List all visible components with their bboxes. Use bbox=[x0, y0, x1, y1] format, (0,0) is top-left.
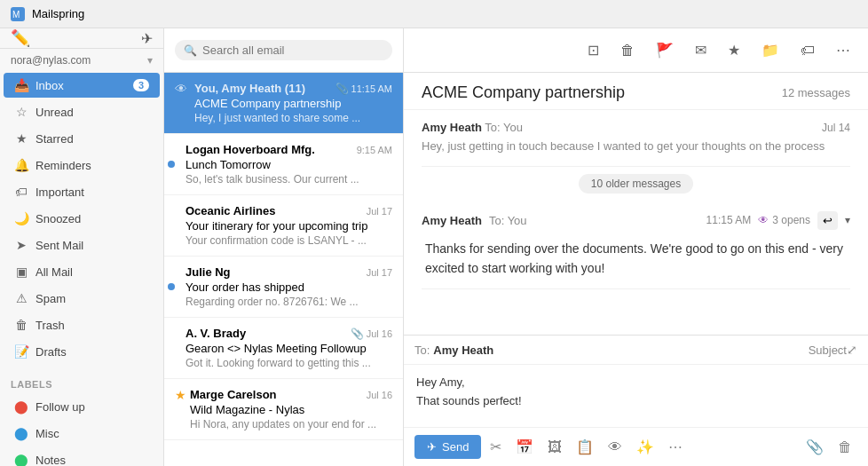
sparkle-button[interactable]: ✨ bbox=[631, 435, 659, 459]
list-item[interactable]: Oceanic Airlines Jul 17 Your itinerary f… bbox=[164, 195, 403, 257]
trash-icon: 🗑 bbox=[14, 318, 28, 332]
label-button[interactable]: 📁 bbox=[758, 38, 783, 62]
move-button[interactable]: ✉ bbox=[691, 38, 710, 62]
reply-button[interactable]: ↩ bbox=[817, 211, 838, 230]
send-button[interactable]: ✈ Send bbox=[414, 435, 481, 459]
composer-body[interactable]: Hey Amy, That sounds perfect! bbox=[404, 365, 868, 427]
email-date: Jul 17 bbox=[367, 267, 392, 278]
sidebar-label-reminders: Reminders bbox=[36, 159, 149, 172]
email-sender: You, Amy Heath (11) bbox=[194, 82, 332, 95]
inbox-badge: 3 bbox=[133, 79, 149, 91]
email-list: 🔍 👁 You, Amy Heath (11) 📎 11:15 AM bbox=[164, 28, 404, 466]
thread-body: Amy Heath To: You Jul 14 Hey, just getti… bbox=[404, 110, 868, 335]
sidebar-toolbar: ✏️ ✈ bbox=[0, 28, 163, 49]
sidebar-label-unread: Unread bbox=[36, 106, 149, 119]
older-messages-divider: 10 older messages bbox=[422, 167, 850, 201]
sidebar-item-followup[interactable]: ⬤ Follow up bbox=[4, 394, 160, 419]
sidebar-item-snoozed[interactable]: 🌙 Snoozed bbox=[4, 206, 160, 231]
sidebar-item-sent[interactable]: ➤ Sent Mail bbox=[4, 233, 160, 257]
format-button[interactable]: 📋 bbox=[571, 435, 599, 459]
sidebar-item-spam[interactable]: ⚠ Spam bbox=[4, 286, 160, 311]
email-sender: Julie Ng bbox=[185, 265, 367, 279]
email-preview: So, let's talk business. Our current ... bbox=[185, 173, 392, 186]
email-subject: Your itinerary for your upcoming trip bbox=[185, 219, 392, 233]
sidebar: ✏️ ✈ nora@nylas.com ▾ 📥 Inbox 3 ☆ Unread… bbox=[0, 28, 164, 466]
composer-body-line1: Hey Amy, bbox=[416, 374, 856, 392]
sidebar-label-starred: Starred bbox=[36, 132, 149, 146]
sidebar-label-misc: Misc bbox=[36, 427, 149, 440]
composer-recipient: Amy Heath bbox=[433, 344, 808, 357]
spam-button[interactable]: 🚩 bbox=[652, 38, 677, 62]
discard-button[interactable]: 🗑 bbox=[832, 435, 857, 459]
email-date: Jul 16 bbox=[367, 390, 392, 400]
sidebar-label-trash: Trash bbox=[36, 319, 149, 332]
sidebar-item-inbox[interactable]: 📥 Inbox 3 bbox=[4, 73, 160, 98]
account-dropdown-icon[interactable]: ▾ bbox=[147, 54, 153, 67]
sidebar-label-notes: Notes bbox=[36, 454, 149, 467]
list-item[interactable]: Julie Ng Jul 17 Your order has shipped R… bbox=[164, 257, 403, 318]
unread-icon: ☆ bbox=[14, 105, 28, 119]
activity-button[interactable]: ✈ bbox=[141, 30, 153, 47]
sidebar-item-important[interactable]: 🏷 Important bbox=[4, 179, 160, 204]
search-input[interactable] bbox=[202, 43, 383, 57]
list-item[interactable]: A. V. Brady 📎 Jul 16 Gearon <> Nylas Mee… bbox=[164, 318, 403, 379]
message-preview[interactable]: Amy Heath To: You Jul 14 Hey, just getti… bbox=[422, 110, 850, 167]
more-button[interactable]: ⋯ bbox=[832, 38, 854, 62]
composer-header: To: Amy Heath Subject ⤢ bbox=[404, 336, 868, 365]
opens-count: 3 opens bbox=[772, 214, 810, 226]
calendar-button[interactable]: 📅 bbox=[510, 435, 539, 459]
emoji-button[interactable]: ✂ bbox=[485, 435, 507, 459]
sidebar-item-drafts[interactable]: 📝 Drafts bbox=[4, 339, 160, 364]
older-messages-button[interactable]: 10 older messages bbox=[579, 174, 693, 194]
notes-label-icon: ⬤ bbox=[14, 453, 28, 466]
archive-button[interactable]: ⊡ bbox=[584, 38, 603, 62]
compose-button[interactable]: ✏️ bbox=[11, 28, 30, 48]
composer-expand-button[interactable]: ⤢ bbox=[847, 343, 857, 357]
starred-icon: ★ bbox=[14, 131, 28, 146]
unread-dot bbox=[168, 161, 175, 168]
sidebar-item-starred[interactable]: ★ Starred bbox=[4, 126, 160, 151]
sidebar-item-misc[interactable]: ⬤ Misc bbox=[4, 421, 160, 446]
sidebar-label-snoozed: Snoozed bbox=[36, 212, 149, 225]
eye-tracking-button[interactable]: 👁 bbox=[603, 436, 627, 459]
more-actions-button[interactable]: ⋯ bbox=[663, 435, 688, 459]
search-box[interactable]: 🔍 bbox=[175, 40, 392, 60]
email-preview: Regarding order no. 8726761: We ... bbox=[185, 296, 392, 308]
trash-button[interactable]: 🗑 bbox=[617, 39, 638, 62]
followup-label-icon: ⬤ bbox=[14, 399, 28, 414]
list-item[interactable]: Logan Hoverboard Mfg. 9:15 AM Lunch Tomo… bbox=[164, 134, 403, 195]
sidebar-item-allmail[interactable]: ▣ All Mail bbox=[4, 259, 160, 284]
message-body: Thanks for sending over the documents. W… bbox=[422, 239, 850, 279]
important-icon: 🏷 bbox=[14, 185, 28, 199]
message-body-line2: excited to start working with you! bbox=[425, 258, 847, 278]
email-sender: Marge Carelson bbox=[190, 388, 367, 401]
composer-to-label: To: bbox=[414, 344, 430, 357]
search-icon: 🔍 bbox=[184, 44, 197, 57]
sidebar-item-trash[interactable]: 🗑 Trash bbox=[4, 312, 160, 337]
expanded-sender: Amy Heath bbox=[422, 214, 482, 227]
attach-button[interactable]: 📎 bbox=[801, 435, 829, 459]
expand-button[interactable]: ▾ bbox=[845, 214, 850, 226]
email-preview: Hi Nora, any updates on your end for ... bbox=[190, 418, 392, 430]
attachment-icon: 📎 bbox=[351, 328, 364, 340]
message-preview-text: Hey, just getting in touch because I wan… bbox=[422, 138, 850, 155]
star-icon: ★ bbox=[175, 388, 186, 402]
email-sender: Oceanic Airlines bbox=[185, 204, 367, 217]
list-item[interactable]: 👁 You, Amy Heath (11) 📎 11:15 AM ACME Co… bbox=[164, 73, 403, 134]
tag-button[interactable]: 🏷 bbox=[797, 39, 818, 62]
spam-icon: ⚠ bbox=[14, 291, 28, 305]
expanded-to: To: You bbox=[489, 214, 527, 227]
sidebar-item-reminders[interactable]: 🔔 Reminders bbox=[4, 153, 160, 178]
sidebar-label-important: Important bbox=[36, 186, 149, 199]
detail-toolbar: ⊡ 🗑 🚩 ✉ ★ 📁 🏷 ⋯ bbox=[404, 28, 868, 73]
star-button[interactable]: ★ bbox=[724, 38, 744, 62]
sidebar-item-notes[interactable]: ⬤ Notes bbox=[4, 447, 160, 466]
sidebar-item-unread[interactable]: ☆ Unread bbox=[4, 99, 160, 124]
composer-subject-label: Subject bbox=[809, 344, 847, 357]
expanded-date: 11:15 AM bbox=[706, 214, 752, 226]
email-preview: Hey, I just wanted to share some ... bbox=[194, 112, 392, 124]
list-item[interactable]: ★ Marge Carelson Jul 16 Wild Magazine - … bbox=[164, 379, 403, 440]
image-button[interactable]: 🖼 bbox=[542, 436, 567, 459]
message-date: Jul 14 bbox=[822, 122, 850, 134]
drafts-icon: 📝 bbox=[14, 344, 28, 359]
